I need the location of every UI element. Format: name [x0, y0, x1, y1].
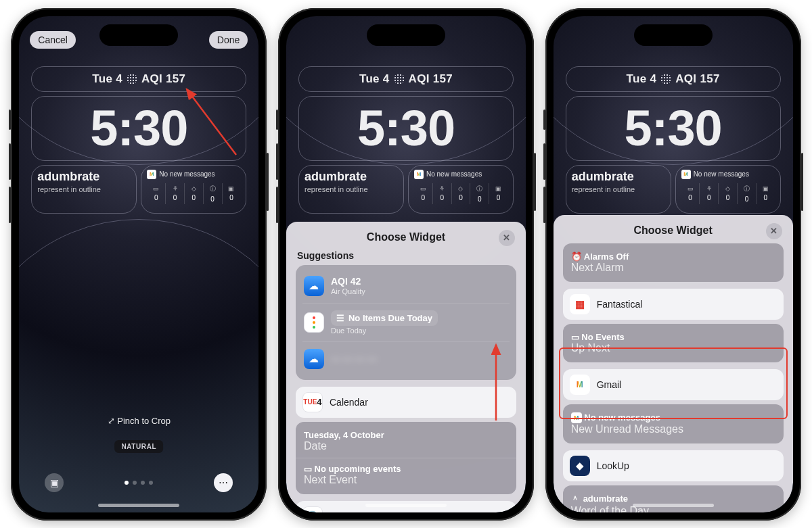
date-widget-slot[interactable]: Tue 4 AQI 157	[566, 66, 781, 92]
pinch-hint: ⤢ Pinch to Crop	[19, 416, 258, 426]
word-widget[interactable]: adumbrate represent in outline	[566, 165, 671, 214]
suggestion-aqi[interactable]: ☁ AQI 42 Air Quality	[302, 272, 510, 300]
word-subtitle: represent in outline	[37, 185, 131, 193]
suggestion-weather[interactable]: ☁ — — — —	[302, 341, 510, 373]
home-indicator[interactable]	[633, 504, 714, 507]
word-title: adumbrate	[37, 170, 131, 184]
alarms-widget[interactable]: ⏰ Alarms Off Next Alarm	[563, 246, 784, 279]
aqi-text: AQI 157	[141, 72, 185, 86]
gmail-widgets-card: M No new messages New Unread Messages	[563, 404, 784, 444]
reminders-icon	[304, 312, 324, 333]
screen-2: Tue 4 AQI 157 5:30 adumbrate represent i…	[286, 16, 526, 512]
fantastical-icon: ▦	[570, 294, 590, 314]
calendar-widgets: Tuesday, 4 October Date ▭ No upcoming ev…	[296, 422, 516, 494]
choose-widget-sheet[interactable]: Choose Widget ✕ ⏰ Alarms Off Next Alarm …	[554, 215, 793, 512]
close-button[interactable]: ✕	[499, 230, 515, 246]
screen-3: Tue 4 AQI 157 5:30 adumbrate represent i…	[554, 16, 793, 512]
app-lookup[interactable]: ◆ LookUp	[563, 450, 784, 481]
weather-icon: ☁	[304, 276, 324, 296]
lookup-icon: ◆	[570, 456, 590, 476]
home-indicator[interactable]	[98, 504, 179, 507]
calendar-events-widget[interactable]: ▭ No upcoming events Next Event	[296, 458, 516, 491]
phone-1: Cancel Done Tue 4 AQI 157 5:30 adumbrate…	[11, 8, 267, 521]
weather-icon: ☁	[304, 349, 324, 369]
gmail-widget[interactable]: M No new messages ▭0 ⚘0 ◇0 ⓘ0 ▣0	[408, 165, 514, 214]
calendar-icon: TUE4	[302, 392, 323, 412]
word-widget[interactable]: adumbrate represent in outline	[31, 165, 137, 214]
gmail-widget[interactable]: M No new messages ▭0 ⚘0 ◇0 ⓘ0 ▣0	[675, 165, 781, 214]
gmail-widget[interactable]: M No new messages ▭0 ⚘0 ◇0 ⓘ0 ▣0	[141, 165, 246, 214]
app-gmail[interactable]: M Gmail	[563, 369, 784, 400]
calendar-date-widget[interactable]: Tuesday, 4 October Date	[296, 425, 516, 458]
aqi-icon	[394, 74, 405, 85]
home-indicator[interactable]	[365, 504, 447, 507]
suggestions-label: Suggestions	[297, 250, 515, 261]
phone-2: Tue 4 AQI 157 5:30 adumbrate represent i…	[278, 8, 534, 521]
time-slot[interactable]: 5:30	[566, 96, 781, 161]
date-widget-slot[interactable]: Tue 4 AQI 157	[298, 66, 514, 92]
time-slot[interactable]: 5:30	[31, 96, 246, 161]
done-button[interactable]: Done	[209, 31, 248, 49]
style-badge[interactable]: NATURAL	[114, 440, 163, 453]
more-button[interactable]: ⋯	[214, 473, 233, 492]
aqi-icon	[127, 74, 137, 85]
sheet-title: Choose Widget	[633, 224, 712, 236]
suggestion-reminders[interactable]: ☰No Items Due Today Due Today	[302, 303, 510, 339]
dynamic-island	[367, 24, 445, 46]
time-slot[interactable]: 5:30	[298, 96, 514, 161]
close-button[interactable]: ✕	[766, 223, 782, 239]
gmail-unread-widget[interactable]: M No new messages New Unread Messages	[563, 407, 784, 441]
gmail-widget-header: No new messages	[159, 170, 215, 178]
word-widget[interactable]: adumbrate represent in outline	[298, 165, 404, 214]
suggestions-card: ☁ AQI 42 Air Quality ☰No Items Due Today…	[296, 265, 516, 380]
pager[interactable]	[125, 481, 153, 485]
cancel-button[interactable]: Cancel	[30, 31, 76, 49]
date-widget-slot[interactable]: Tue 4 AQI 157	[31, 66, 246, 92]
app-fantastical[interactable]: ▦ Fantastical	[563, 289, 784, 320]
photos-button[interactable]: ▣	[45, 473, 64, 492]
aqi-icon	[660, 74, 671, 85]
date-text: Tue 4	[92, 72, 122, 86]
app-calendar[interactable]: TUE4 Calendar	[296, 387, 516, 418]
screen-1: Cancel Done Tue 4 AQI 157 5:30 adumbrate…	[19, 16, 258, 512]
crop-icon: ⤢	[108, 416, 115, 426]
dynamic-island	[634, 24, 713, 46]
dynamic-island	[99, 24, 178, 46]
lookup-word-widget[interactable]: ＾adumbrate Word of the Day	[563, 488, 784, 512]
sheet-title: Choose Widget	[367, 231, 445, 243]
gmail-icon: M	[570, 375, 590, 395]
clock-icon: 🕐	[302, 506, 323, 512]
choose-widget-sheet[interactable]: Choose Widget ✕ Suggestions ☁ AQI 42 Air…	[286, 222, 526, 512]
fantastical-noevents-widget[interactable]: ▭ No Events Up Next	[563, 327, 784, 360]
phone-3: Tue 4 AQI 157 5:30 adumbrate represent i…	[545, 8, 801, 521]
